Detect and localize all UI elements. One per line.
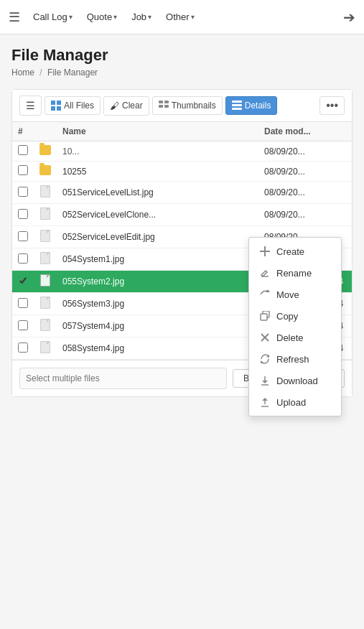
row-name: 056System3.jpg — [57, 293, 258, 315]
details-label: Details — [245, 101, 271, 111]
svg-rect-2 — [51, 106, 55, 111]
row-checkbox-cell — [12, 204, 34, 226]
svg-marker-22 — [262, 381, 268, 383]
file-manager-card: ☰ All Files 🖌 Clear — [11, 89, 353, 397]
all-files-button[interactable]: All Files — [45, 96, 101, 115]
context-menu-upload[interactable]: Upload — [249, 391, 341, 413]
download-label: Download — [276, 376, 318, 386]
refresh-icon — [259, 353, 271, 365]
clear-button[interactable]: 🖌 Clear — [103, 96, 149, 116]
row-checkbox-cell — [12, 337, 34, 360]
delete-icon — [259, 332, 271, 343]
row-icon-cell — [34, 271, 57, 293]
row-checkbox-cell — [12, 271, 34, 293]
context-menu-rename[interactable]: Rename — [249, 262, 341, 284]
svg-rect-7 — [164, 105, 169, 108]
copy-label: Copy — [276, 311, 298, 322]
row-icon-cell — [34, 337, 57, 360]
row-checkbox-cell — [12, 162, 34, 182]
context-menu-move[interactable]: Move — [249, 284, 341, 305]
nav-item-quote[interactable]: Quote ▾ — [83, 9, 121, 25]
toolbar-menu-button[interactable]: ☰ — [19, 95, 42, 116]
copy-icon — [259, 310, 271, 322]
row-date: 08/09/20... — [258, 141, 352, 162]
svg-rect-12 — [260, 251, 270, 252]
thumbnails-button[interactable]: Thumbnails — [152, 96, 223, 115]
svg-rect-1 — [57, 101, 61, 105]
context-menu-copy[interactable]: Copy — [249, 305, 341, 327]
table-row: 10255 08/09/20... — [12, 162, 352, 182]
other-caret: ▾ — [191, 13, 195, 21]
folder-icon — [39, 145, 51, 155]
move-icon — [259, 289, 271, 300]
row-name: 057System4.jpg — [57, 315, 258, 337]
thumbnails-label: Thumbnails — [172, 101, 216, 111]
row-checkbox[interactable] — [18, 165, 28, 175]
row-icon-cell — [34, 293, 57, 315]
row-name: 051ServiceLevelList.jpg — [57, 182, 258, 204]
more-options-button[interactable]: ••• — [319, 96, 345, 115]
all-files-icon — [51, 101, 61, 111]
nav-calllog-label: Call Log — [33, 11, 67, 22]
context-menu: Create Rename Move — [248, 237, 342, 416]
row-icon-cell — [34, 248, 57, 271]
nav-right: ➔ — [343, 9, 355, 26]
nav-other-label: Other — [166, 11, 190, 22]
row-name: 10255 — [57, 162, 258, 182]
nav-item-other[interactable]: Other ▾ — [162, 9, 199, 25]
row-checkbox-cell — [12, 248, 34, 271]
breadcrumb-current: File Manager — [47, 67, 98, 78]
svg-rect-8 — [232, 101, 242, 103]
refresh-label: Refresh — [276, 354, 309, 365]
row-checkbox[interactable] — [18, 320, 28, 330]
page-title: File Manager — [11, 46, 353, 65]
svg-rect-10 — [232, 108, 242, 110]
job-caret: ▾ — [148, 13, 151, 21]
top-nav: ☰ Call Log ▾ Quote ▾ Job ▾ Other ▾ ➔ — [0, 0, 364, 34]
breadcrumb-separator: / — [39, 67, 42, 78]
context-menu-delete[interactable]: Delete — [249, 327, 341, 348]
nav-item-calllog[interactable]: Call Log ▾ — [29, 9, 77, 25]
row-checkbox[interactable] — [18, 145, 28, 155]
row-icon-cell — [34, 315, 57, 337]
more-icon: ••• — [326, 99, 338, 111]
file-icon-white — [40, 274, 50, 286]
svg-rect-5 — [164, 101, 169, 103]
row-checkbox[interactable] — [18, 231, 28, 241]
row-checkbox-cell — [12, 315, 34, 337]
hamburger-icon[interactable]: ☰ — [9, 9, 20, 25]
svg-rect-6 — [159, 105, 163, 108]
row-date: 08/09/20... — [258, 162, 352, 182]
delete-label: Delete — [276, 332, 304, 343]
context-menu-refresh[interactable]: Refresh — [249, 348, 341, 370]
row-checkbox[interactable] — [18, 209, 28, 219]
file-icon — [40, 252, 50, 264]
clear-icon: 🖌 — [110, 101, 119, 111]
row-date: 08/09/20... — [258, 182, 352, 204]
file-icon — [40, 341, 50, 353]
create-icon — [259, 246, 271, 257]
row-checkbox[interactable] — [18, 343, 28, 353]
context-menu-create[interactable]: Create — [249, 241, 341, 262]
file-icon — [40, 185, 50, 197]
col-header-name: Name — [57, 122, 258, 141]
context-menu-download[interactable]: Download — [249, 370, 341, 391]
row-checkbox[interactable] — [18, 298, 28, 308]
row-checkbox[interactable] — [18, 253, 28, 264]
row-checkbox[interactable] — [18, 187, 28, 197]
nav-item-job[interactable]: Job ▾ — [127, 9, 156, 25]
row-checkbox[interactable] — [18, 276, 28, 286]
row-icon-cell — [34, 226, 57, 248]
row-checkbox-cell — [12, 226, 34, 248]
details-icon — [232, 101, 242, 111]
row-checkbox-cell — [12, 182, 34, 204]
svg-marker-26 — [262, 398, 268, 401]
file-icon — [40, 297, 50, 309]
logout-icon[interactable]: ➔ — [343, 9, 355, 26]
svg-rect-3 — [57, 106, 61, 111]
row-name: 052ServiceLevelClone... — [57, 204, 258, 226]
file-select-input[interactable] — [19, 368, 227, 389]
col-header-date: Date mod... — [258, 122, 352, 141]
details-button[interactable]: Details — [225, 96, 278, 115]
breadcrumb-home[interactable]: Home — [11, 67, 34, 78]
